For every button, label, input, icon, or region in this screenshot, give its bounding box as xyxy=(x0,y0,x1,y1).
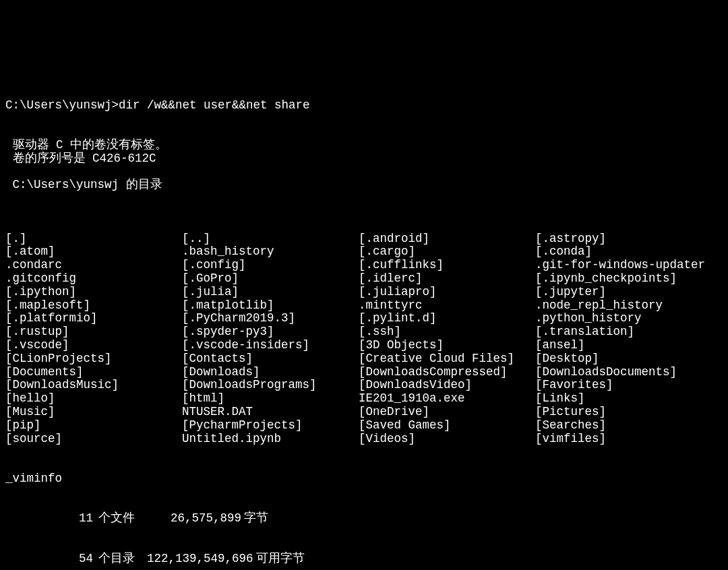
dir-row: .gitconfig[.GoPro][.idlerc][.ipynb_check… xyxy=(5,272,723,286)
dir-entry: [DownloadsPrograms] xyxy=(182,379,359,392)
dir-row: [.platformio][.PyCharm2019.3][.pylint.d]… xyxy=(5,312,723,325)
dir-entry: [ansel] xyxy=(535,339,585,352)
dir-header-line xyxy=(5,166,723,179)
dir-entry: [.android] xyxy=(359,232,535,246)
dir-row: [.rustup][.spyder-py3][.ssh][.translatio… xyxy=(5,325,723,339)
dir-entry: [..] xyxy=(182,232,359,246)
dir-entry: [DownloadsCompressed] xyxy=(359,366,535,379)
dir-entry: [.cufflinks] xyxy=(359,259,535,272)
dir-entry: [Searches] xyxy=(535,419,606,433)
dir-entry: [.julia] xyxy=(182,286,359,299)
dir-entry: [.spyder-py3] xyxy=(182,325,359,339)
dir-entry: [.conda] xyxy=(535,245,592,259)
dir-entry: [Creative Cloud Files] xyxy=(359,352,535,366)
dir-entry: [.astropy] xyxy=(535,232,606,246)
dir-entry: [.ipynb_checkpoints] xyxy=(535,272,677,286)
dir-entry: [source] xyxy=(5,433,182,446)
dir-summary-dirs: 54 个目录 122,139,549,696 可用字节 xyxy=(5,552,723,566)
dir-summary-files: 11 个文件 26,575,899 字节 xyxy=(5,512,723,526)
dir-entry: [.GoPro] xyxy=(182,272,359,286)
dir-entry: [Videos] xyxy=(359,433,535,446)
dir-row: [Documents][Downloads][DownloadsCompress… xyxy=(5,366,723,379)
dir-entry: [DownloadsDocuments] xyxy=(535,366,677,379)
dir-header-line: 驱动器 C 中的卷没有标签。 xyxy=(5,139,723,152)
dir-entry: [Music] xyxy=(5,406,182,419)
dir-entry: [DownloadsMusic] xyxy=(5,379,182,392)
dir-entry: [.PyCharm2019.3] xyxy=(182,312,359,325)
dir-entry: .minttyrc xyxy=(359,299,535,313)
dir-row: [CLionProjects][Contacts][Creative Cloud… xyxy=(5,352,723,366)
dir-entry: [OneDrive] xyxy=(359,406,535,419)
dir-header-line xyxy=(5,192,723,205)
prompt-prefix: C:\Users\yunswj> xyxy=(5,98,119,112)
dir-entry: [.matplotlib] xyxy=(182,299,359,313)
dir-entry: [.ssh] xyxy=(359,325,535,339)
dir-row: .condarc[.config][.cufflinks].git-for-wi… xyxy=(5,259,723,272)
dir-entry: [.rustup] xyxy=(5,325,182,339)
dir-entry: [Pictures] xyxy=(535,406,606,419)
dir-entry: [.platformio] xyxy=(5,312,182,325)
dir-entry: [3D Objects] xyxy=(359,339,535,352)
dir-entry: Untitled.ipynb xyxy=(182,433,359,446)
dir-entry: [html] xyxy=(182,392,359,406)
dir-header: 驱动器 C 中的卷没有标签。 卷的序列号是 C426-612C C:\Users… xyxy=(5,139,723,205)
dir-entry: .condarc xyxy=(5,259,182,272)
dir-entry: [.atom] xyxy=(5,245,182,259)
dir-header-line: 卷的序列号是 C426-612C xyxy=(5,152,723,166)
dir-entry: [.vscode] xyxy=(5,339,182,352)
dir-entry: [Favorites] xyxy=(535,379,613,392)
dir-entry: .bash_history xyxy=(182,245,359,259)
dir-row: [.ipython][.julia][.juliapro][.jupyter] xyxy=(5,286,723,299)
dir-entry: [Saved Games] xyxy=(359,419,535,433)
prompt-line: C:\Users\yunswj>dir /w&&net user&&net sh… xyxy=(5,99,723,113)
dir-entry: [Documents] xyxy=(5,366,182,379)
dir-entry: [.config] xyxy=(182,259,359,272)
dir-row: [.vscode][.vscode-insiders][3D Objects][… xyxy=(5,339,723,352)
dir-entry: [hello] xyxy=(5,392,182,406)
dir-entry: [.maplesoft] xyxy=(5,299,182,313)
dir-entry: .gitconfig xyxy=(5,272,182,286)
dir-entry: [Links] xyxy=(535,392,585,406)
dir-entry: [DownloadsVideo] xyxy=(359,379,535,392)
dir-entry: [.pylint.d] xyxy=(359,312,535,325)
dir-entry: .git-for-windows-updater xyxy=(535,259,705,272)
dir-last-entry: _viminfo xyxy=(5,472,723,486)
command-text: dir /w&&net user&&net share xyxy=(119,98,310,112)
dir-entry: IE201_1910a.exe xyxy=(359,392,535,406)
dir-entry: [.idlerc] xyxy=(359,272,535,286)
terminal-output[interactable]: C:\Users\yunswj>dir /w&&net user&&net sh… xyxy=(0,67,728,570)
dir-row: [hello][html]IE201_1910a.exe[Links] xyxy=(5,392,723,406)
dir-row: [.maplesoft][.matplotlib].minttyrc.node_… xyxy=(5,299,723,313)
dir-entry: [Contacts] xyxy=(182,352,359,366)
dir-entry: [Desktop] xyxy=(535,352,599,366)
dir-entry: [Downloads] xyxy=(182,366,359,379)
dir-entry: [CLionProjects] xyxy=(5,352,182,366)
dir-entry: [.jupyter] xyxy=(535,286,606,299)
dir-listing: [.][..][.android][.astropy][.atom].bash_… xyxy=(5,232,723,446)
dir-row: [.][..][.android][.astropy] xyxy=(5,232,723,246)
dir-header-line: C:\Users\yunswj 的目录 xyxy=(5,179,723,192)
dir-entry: [pip] xyxy=(5,419,182,433)
dir-entry: [.] xyxy=(5,232,182,246)
dir-entry: .node_repl_history xyxy=(535,299,663,313)
dir-row: [.atom].bash_history[.cargo][.conda] xyxy=(5,245,723,259)
dir-row: [source]Untitled.ipynb[Videos][vimfiles] xyxy=(5,433,723,446)
dir-entry: [.ipython] xyxy=(5,286,182,299)
dir-entry: [PycharmProjects] xyxy=(182,419,359,433)
dir-entry: .python_history xyxy=(535,312,642,325)
dir-row: [DownloadsMusic][DownloadsPrograms][Down… xyxy=(5,379,723,392)
dir-row: [Music]NTUSER.DAT[OneDrive][Pictures] xyxy=(5,406,723,419)
dir-entry: [.translation] xyxy=(535,325,634,339)
dir-entry: [.juliapro] xyxy=(359,286,535,299)
dir-entry: [.vscode-insiders] xyxy=(182,339,359,352)
dir-row: [pip][PycharmProjects][Saved Games][Sear… xyxy=(5,419,723,433)
dir-entry: [.cargo] xyxy=(359,245,535,259)
dir-entry: NTUSER.DAT xyxy=(182,406,359,419)
dir-entry: [vimfiles] xyxy=(535,433,606,446)
